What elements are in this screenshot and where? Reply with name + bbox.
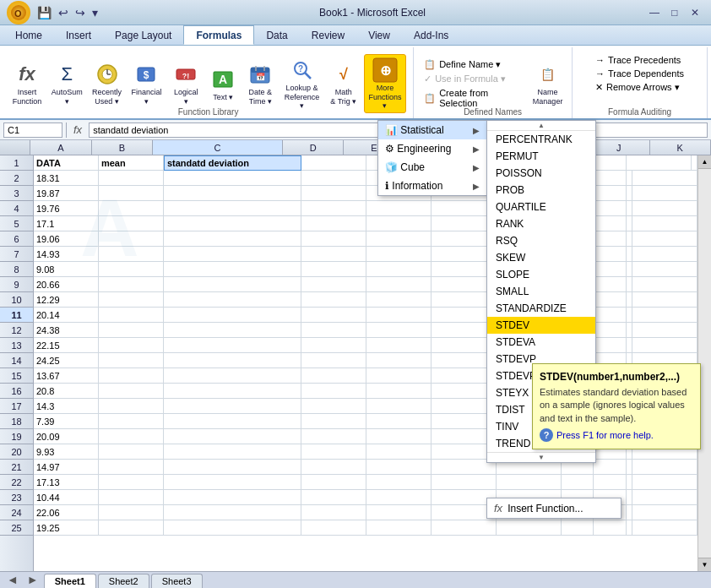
cell-I7[interactable] xyxy=(594,247,627,262)
cell-K13[interactable] xyxy=(632,338,697,353)
row-hdr-10[interactable]: 10 xyxy=(0,292,33,308)
row-hdr-6[interactable]: 6 xyxy=(0,231,33,247)
cell-B8[interactable] xyxy=(99,262,164,277)
cell-I10[interactable] xyxy=(594,292,627,308)
scroll-up-button[interactable]: ▲ xyxy=(698,155,711,169)
cell-K23[interactable] xyxy=(632,490,697,505)
cell-D12[interactable] xyxy=(301,323,366,338)
cell-J13[interactable] xyxy=(627,338,632,353)
cell-C17[interactable] xyxy=(164,399,301,414)
cell-C19[interactable] xyxy=(164,429,301,444)
tab-review[interactable]: Review xyxy=(300,25,356,45)
cell-K7[interactable] xyxy=(632,247,697,262)
cell-I2[interactable] xyxy=(594,171,627,186)
row-hdr-8[interactable]: 8 xyxy=(0,262,33,277)
stat-item-standardize[interactable]: STANDARDIZE xyxy=(487,300,595,317)
cell-J21[interactable] xyxy=(627,460,632,475)
menu-item-statistical[interactable]: 📊 Statistical ▶ xyxy=(378,121,486,139)
cell-D4[interactable] xyxy=(301,201,366,216)
row-hdr-19[interactable]: 19 xyxy=(0,429,33,444)
menu-item-engineering[interactable]: ⚙ Engineering ▶ xyxy=(378,139,486,158)
define-name-button[interactable]: 📋Define Name ▾ xyxy=(421,58,524,71)
trace-dependents-button[interactable]: →Trace Dependents xyxy=(592,68,687,79)
cell-B10[interactable] xyxy=(99,292,164,308)
stat-item-small[interactable]: SMALL xyxy=(487,283,595,300)
sheet-tab-sheet2[interactable]: Sheet2 xyxy=(98,574,149,588)
tab-data[interactable]: Data xyxy=(254,25,299,45)
cell-C24[interactable] xyxy=(164,505,301,520)
cell-K24[interactable] xyxy=(632,505,697,520)
col-header-d[interactable]: D xyxy=(283,140,344,155)
cell-K6[interactable] xyxy=(632,231,697,247)
row-hdr-7[interactable]: 7 xyxy=(0,247,33,262)
cell-C15[interactable] xyxy=(164,368,301,384)
cell-C25[interactable] xyxy=(164,520,301,536)
cell-A8[interactable]: 9.08 xyxy=(34,262,99,277)
cell-D15[interactable] xyxy=(301,368,366,384)
cell-I13[interactable] xyxy=(594,338,627,353)
cell-E24[interactable] xyxy=(366,505,431,520)
cell-E22[interactable] xyxy=(366,475,431,490)
cell-A13[interactable]: 22.15 xyxy=(34,338,99,353)
name-manager-button[interactable]: 📋 NameManager xyxy=(530,59,565,108)
tab-insert[interactable]: Insert xyxy=(54,25,103,45)
cell-K5[interactable] xyxy=(632,216,697,231)
use-in-formula-button[interactable]: ✓Use in Formula ▾ xyxy=(421,73,524,85)
cell-D25[interactable] xyxy=(301,520,366,536)
cell-C5[interactable] xyxy=(164,216,301,231)
stat-item-prob[interactable]: PROB xyxy=(487,182,595,199)
undo-quick-btn[interactable]: ↩ xyxy=(57,4,70,21)
cell-J2[interactable] xyxy=(627,171,632,186)
cell-B11[interactable] xyxy=(99,308,164,323)
cell-A4[interactable]: 19.76 xyxy=(34,201,99,216)
cell-E14[interactable] xyxy=(366,353,431,368)
col-header-c[interactable]: C xyxy=(153,140,283,155)
stat-item-slope[interactable]: SLOPE xyxy=(487,266,595,283)
stat-item-skew[interactable]: SKEW xyxy=(487,249,595,266)
tab-add-ins[interactable]: Add-Ins xyxy=(402,25,460,45)
cell-E12[interactable] xyxy=(366,323,431,338)
lookup-reference-button[interactable]: ? Lookup &Reference ▾ xyxy=(280,55,323,112)
cell-K2[interactable] xyxy=(632,171,697,186)
autosum-button[interactable]: Σ AutoSum ▾ xyxy=(47,59,87,108)
cell-i1[interactable] xyxy=(594,155,627,171)
row-hdr-13[interactable]: 13 xyxy=(0,338,33,353)
cell-A11[interactable]: 20.14 xyxy=(34,308,99,323)
cell-B3[interactable] xyxy=(99,186,164,201)
tab-view[interactable]: View xyxy=(356,25,402,45)
cell-C3[interactable] xyxy=(164,186,301,201)
cell-E6[interactable] xyxy=(366,231,431,247)
text-button[interactable]: A Text ▾ xyxy=(206,64,240,104)
row-hdr-23[interactable]: 23 xyxy=(0,490,33,505)
sheet-nav-next[interactable]: ► xyxy=(24,571,42,588)
row-hdr-20[interactable]: 20 xyxy=(0,444,33,460)
cell-A12[interactable]: 24.38 xyxy=(34,323,99,338)
stat-item-rank[interactable]: RANK xyxy=(487,215,595,232)
cell-A10[interactable]: 12.29 xyxy=(34,292,99,308)
cell-a1[interactable]: DATA xyxy=(34,155,99,171)
cell-I4[interactable] xyxy=(594,201,627,216)
row-hdr-16[interactable]: 16 xyxy=(0,384,33,399)
cell-D16[interactable] xyxy=(301,384,366,399)
cell-B23[interactable] xyxy=(99,490,164,505)
cell-E9[interactable] xyxy=(366,277,431,292)
cell-B9[interactable] xyxy=(99,277,164,292)
customize-quick-btn[interactable]: ▾ xyxy=(90,4,100,21)
col-header-k[interactable]: K xyxy=(650,140,711,155)
stat-item-poisson[interactable]: POISSON xyxy=(487,165,595,182)
row-hdr-15[interactable]: 15 xyxy=(0,368,33,384)
sheet-tab-sheet3[interactable]: Sheet3 xyxy=(151,574,203,588)
cell-J22[interactable] xyxy=(627,475,632,490)
cell-K12[interactable] xyxy=(632,323,697,338)
math-trig-button[interactable]: √ Math& Trig ▾ xyxy=(327,59,361,108)
redo-quick-btn[interactable]: ↪ xyxy=(73,4,87,21)
cell-B13[interactable] xyxy=(99,338,164,353)
cell-G25[interactable] xyxy=(497,520,562,536)
cell-C23[interactable] xyxy=(164,490,301,505)
cell-E7[interactable] xyxy=(366,247,431,262)
cell-E5[interactable] xyxy=(366,216,431,231)
cell-I21[interactable] xyxy=(594,460,627,475)
cell-K25[interactable] xyxy=(632,520,697,536)
cell-J10[interactable] xyxy=(627,292,632,308)
cell-D17[interactable] xyxy=(301,399,366,414)
